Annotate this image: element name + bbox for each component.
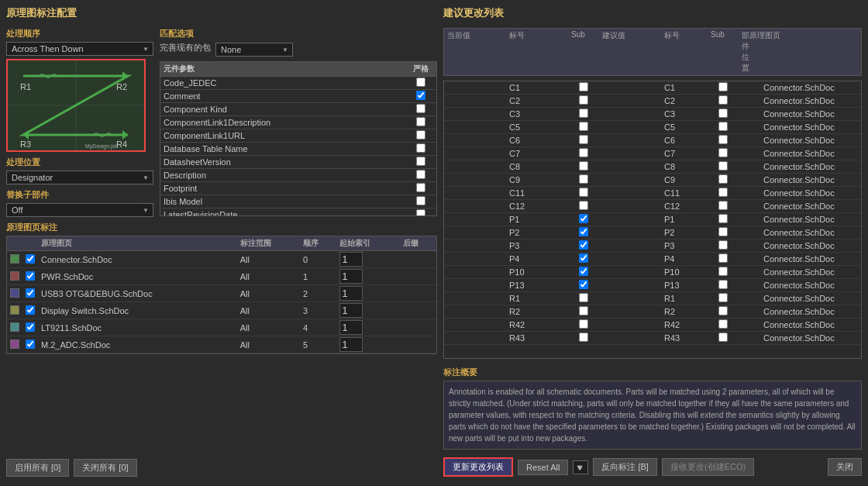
- sug-sub-check[interactable]: [568, 174, 599, 187]
- param-row[interactable]: Comment: [160, 90, 436, 103]
- suggestion-row[interactable]: R2 R2 Connector.SchDoc: [444, 305, 861, 319]
- suggestion-row[interactable]: R42 R42 Connector.SchDoc: [444, 319, 861, 332]
- suggestion-row[interactable]: C3 C3 Connector.SchDoc: [444, 108, 861, 121]
- param-strict-check[interactable]: [405, 77, 436, 90]
- page-start[interactable]: [336, 319, 399, 336]
- suggestion-row[interactable]: C12 C12 Connector.SchDoc: [444, 200, 861, 213]
- params-scroll[interactable]: 元件参数 严格 Code_JEDEC Comment Component Kin…: [160, 61, 437, 216]
- substitute-select[interactable]: Off On: [6, 203, 153, 217]
- sug-sub-check[interactable]: [568, 305, 599, 319]
- enable-all-button[interactable]: 启用所有 [0]: [6, 459, 69, 477]
- sug-suggest-sub-check[interactable]: [708, 240, 739, 253]
- suggestion-row[interactable]: C9 C9 Connector.SchDoc: [444, 174, 861, 187]
- param-row[interactable]: Component Kind: [160, 103, 436, 116]
- sug-suggest-sub-check[interactable]: [708, 81, 739, 95]
- param-row[interactable]: DatasheetVersion: [160, 156, 436, 169]
- param-strict-check[interactable]: [405, 103, 436, 116]
- sug-suggest-sub-check[interactable]: [708, 200, 739, 213]
- suggestion-row[interactable]: P4 P4 Connector.SchDoc: [444, 253, 861, 266]
- reset-all-select[interactable]: ▼: [573, 460, 588, 474]
- suggestion-row[interactable]: C11 C11 Connector.SchDoc: [444, 187, 861, 200]
- disable-all-button[interactable]: 关闭所有 [0]: [74, 459, 136, 477]
- param-strict-check[interactable]: [405, 156, 436, 169]
- param-strict-check[interactable]: [405, 129, 436, 143]
- page-start[interactable]: [336, 268, 399, 285]
- placement-dropdown-wrapper[interactable]: Designator Center: [6, 171, 153, 184]
- sug-suggest-sub-check[interactable]: [708, 292, 739, 305]
- sug-sub-check[interactable]: [568, 266, 599, 279]
- accept-changes-button[interactable]: 接收更改(创建ECO): [662, 458, 754, 476]
- sug-suggest-sub-check[interactable]: [708, 174, 739, 187]
- sug-suggest-sub-check[interactable]: [708, 253, 739, 266]
- sug-suggest-sub-check[interactable]: [708, 160, 739, 174]
- param-strict-check[interactable]: [405, 143, 436, 156]
- page-row[interactable]: Connector.SchDoc All 0: [7, 251, 436, 268]
- sug-suggest-sub-check[interactable]: [708, 319, 739, 332]
- suggestion-row[interactable]: C8 C8 Connector.SchDoc: [444, 160, 861, 174]
- sug-sub-check[interactable]: [568, 332, 599, 345]
- sug-sub-check[interactable]: [568, 81, 599, 95]
- page-check-cell[interactable]: [22, 319, 38, 336]
- existing-pkg-select[interactable]: None All: [215, 43, 293, 57]
- page-check-cell[interactable]: [22, 285, 38, 302]
- page-row[interactable]: USB3 OTG&DEBUG.SchDoc All 2: [7, 285, 436, 302]
- param-strict-check[interactable]: [405, 116, 436, 129]
- sug-suggest-sub-check[interactable]: [708, 187, 739, 200]
- suggestion-row[interactable]: P13 P13 Connector.SchDoc: [444, 279, 861, 292]
- sug-sub-check[interactable]: [568, 226, 599, 240]
- page-row[interactable]: PWR.SchDoc All 1: [7, 268, 436, 285]
- param-strict-check[interactable]: [405, 169, 436, 182]
- sug-suggest-sub-check[interactable]: [708, 213, 739, 226]
- param-row[interactable]: Ibis Model: [160, 195, 436, 209]
- page-start[interactable]: [336, 302, 399, 319]
- sug-sub-check[interactable]: [568, 187, 599, 200]
- suggestion-row[interactable]: C7 C7 Connector.SchDoc: [444, 147, 861, 160]
- page-start[interactable]: [336, 251, 399, 268]
- update-list-button[interactable]: 更新更改列表: [443, 457, 513, 477]
- page-row[interactable]: Display Switch.SchDoc All 3: [7, 302, 436, 319]
- sug-sub-check[interactable]: [568, 160, 599, 174]
- param-row[interactable]: Description: [160, 169, 436, 182]
- param-strict-check[interactable]: [405, 209, 436, 217]
- close-button[interactable]: 关闭: [828, 458, 862, 476]
- sug-suggest-sub-check[interactable]: [708, 332, 739, 345]
- sug-sub-check[interactable]: [568, 213, 599, 226]
- sug-suggest-sub-check[interactable]: [708, 134, 739, 147]
- suggestion-row[interactable]: P2 P2 Connector.SchDoc: [444, 226, 861, 240]
- param-strict-check[interactable]: [405, 182, 436, 195]
- page-row[interactable]: M.2_ADC.SchDoc All 5: [7, 336, 436, 353]
- page-check-cell[interactable]: [22, 268, 38, 285]
- suggestion-row[interactable]: P10 P10 Connector.SchDoc: [444, 266, 861, 279]
- suggestion-row[interactable]: R43 R43 Connector.SchDoc: [444, 332, 861, 345]
- suggestion-row[interactable]: P1 P1 Connector.SchDoc: [444, 213, 861, 226]
- sug-sub-check[interactable]: [568, 253, 599, 266]
- existing-pkg-dropdown-wrapper[interactable]: None All: [215, 43, 293, 57]
- page-check-cell[interactable]: [22, 302, 38, 319]
- param-row[interactable]: ComponentLink1Description: [160, 116, 436, 129]
- sug-sub-check[interactable]: [568, 292, 599, 305]
- page-check-cell[interactable]: [22, 251, 38, 268]
- processing-order-dropdown-wrapper[interactable]: Across Then Down Down Then Across By She…: [6, 42, 153, 56]
- param-strict-check[interactable]: [405, 195, 436, 209]
- sug-suggest-sub-check[interactable]: [708, 266, 739, 279]
- suggestion-row[interactable]: C1 C1 Connector.SchDoc: [444, 81, 861, 95]
- substitute-dropdown-wrapper[interactable]: Off On: [6, 203, 153, 217]
- suggestion-row[interactable]: C6 C6 Connector.SchDoc: [444, 134, 861, 147]
- page-check-cell[interactable]: [22, 336, 38, 353]
- reverse-annotate-button[interactable]: 反向标注 [B]: [593, 458, 657, 476]
- reset-all-button[interactable]: Reset All: [518, 460, 568, 475]
- sug-sub-check[interactable]: [568, 200, 599, 213]
- sug-sub-check[interactable]: [568, 279, 599, 292]
- sug-suggest-sub-check[interactable]: [708, 95, 739, 108]
- suggestions-table-wrapper[interactable]: C1 C1 Connector.SchDoc C2 C2 Connector.S…: [443, 81, 862, 359]
- page-row[interactable]: LT9211.SchDoc All 4: [7, 319, 436, 336]
- page-start[interactable]: [336, 336, 399, 353]
- param-row[interactable]: LatestRevisionDate: [160, 209, 436, 217]
- sug-sub-check[interactable]: [568, 147, 599, 160]
- sug-suggest-sub-check[interactable]: [708, 279, 739, 292]
- param-row[interactable]: Database Table Name: [160, 143, 436, 156]
- sug-sub-check[interactable]: [568, 240, 599, 253]
- sug-suggest-sub-check[interactable]: [708, 121, 739, 134]
- sug-suggest-sub-check[interactable]: [708, 108, 739, 121]
- param-strict-check[interactable]: [405, 90, 436, 103]
